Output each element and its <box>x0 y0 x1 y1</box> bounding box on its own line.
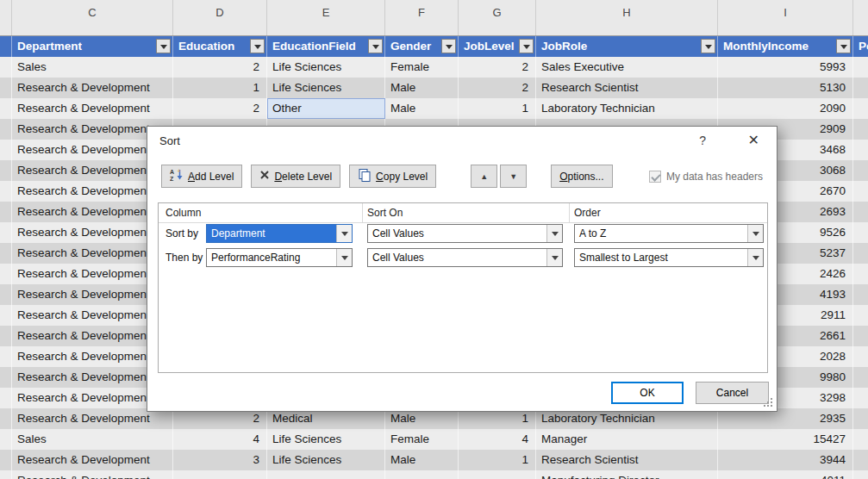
cell-department[interactable]: Sales <box>12 57 173 78</box>
cell-job-role[interactable]: Sales Executive <box>536 57 718 78</box>
table-row: Research & Development 1 Life Sciences M… <box>0 78 868 98</box>
cell-gender[interactable]: Male <box>385 78 459 98</box>
cell-education[interactable]: 3 <box>173 450 267 470</box>
copy-level-button[interactable]: Copy Level <box>349 165 436 188</box>
then-by-sort-on-select[interactable]: Cell Values <box>367 248 563 267</box>
cell-monthly-income[interactable]: 5130 <box>718 78 853 98</box>
header-monthly-income[interactable]: MonthlyIncome <box>718 36 853 57</box>
cell-gender[interactable]: Male <box>385 98 459 119</box>
cell-monthly-income[interactable]: 2090 <box>718 98 853 119</box>
header-divider <box>569 203 570 223</box>
sort-by-order-select[interactable]: A to Z <box>574 224 764 243</box>
cell-education-field[interactable]: Life Sciences <box>267 429 385 450</box>
cell-gender[interactable]: Female <box>385 57 459 78</box>
cell-education[interactable]: 2 <box>173 98 267 119</box>
column-letter-h[interactable]: H <box>536 0 718 35</box>
cell-department[interactable]: Research & Development <box>12 470 173 479</box>
my-data-has-headers-checkbox[interactable]: My data has headers <box>649 171 763 183</box>
options-button[interactable]: Options... <box>551 165 612 188</box>
cell-education[interactable] <box>173 470 267 479</box>
cell-education-field[interactable]: Life Sciences <box>267 78 385 98</box>
cell-education-field[interactable]: Life Sciences <box>267 57 385 78</box>
header-education-field[interactable]: EducationField <box>267 36 385 57</box>
cell-monthly-income[interactable]: 15427 <box>718 429 853 450</box>
cell-job-level[interactable] <box>459 470 536 479</box>
cell-job-level[interactable]: 1 <box>459 450 536 470</box>
header-job-level[interactable]: JobLevel <box>459 36 536 57</box>
filter-button-job-level[interactable] <box>519 39 534 53</box>
chevron-down-icon[interactable] <box>747 249 763 266</box>
row-left-sliver <box>0 264 12 284</box>
column-letter-d[interactable]: D <box>173 0 267 35</box>
cell-job-role[interactable]: Research Scientist <box>536 450 718 470</box>
cell-partial-next <box>853 78 868 98</box>
cell-education[interactable]: 1 <box>173 78 267 98</box>
filter-button-education-field[interactable] <box>368 39 383 53</box>
sort-by-sort-on-select[interactable]: Cell Values <box>367 224 563 243</box>
cell-job-level[interactable]: 2 <box>459 78 536 98</box>
cell-monthly-income[interactable]: 3944 <box>718 450 853 470</box>
row-left-sliver <box>0 119 12 140</box>
filter-button-department[interactable] <box>156 39 171 53</box>
cell-job-role[interactable]: Laboratory Technician <box>536 98 718 119</box>
cell-job-level[interactable]: 1 <box>459 98 536 119</box>
cell-monthly-income[interactable]: 5993 <box>718 57 853 78</box>
cell-gender[interactable] <box>385 470 459 479</box>
cell-education[interactable]: 2 <box>173 57 267 78</box>
move-up-button[interactable]: ▲ <box>471 165 497 188</box>
row-left-sliver <box>0 284 12 305</box>
cell-gender[interactable]: Male <box>385 450 459 470</box>
cell-education[interactable]: 4 <box>173 429 267 450</box>
sort-by-column-select[interactable]: Department <box>206 224 353 243</box>
ok-button[interactable]: OK <box>611 382 684 404</box>
filter-button-education[interactable] <box>250 39 265 53</box>
filter-button-monthly-income[interactable] <box>836 39 851 53</box>
delete-level-button[interactable]: Delete Level <box>251 165 340 188</box>
row-left-sliver <box>0 429 12 450</box>
cell-department[interactable]: Research & Development <box>12 98 173 119</box>
cell-job-role[interactable]: Manager <box>536 429 718 450</box>
then-by-column-select[interactable]: PerformanceRating <box>206 248 353 267</box>
cell-education-field[interactable] <box>267 470 385 479</box>
column-letter-e[interactable]: E <box>267 0 385 35</box>
column-letter-f[interactable]: F <box>385 0 459 35</box>
cell-job-level[interactable]: 4 <box>459 429 536 450</box>
then-by-order-select[interactable]: Smallest to Largest <box>574 248 764 267</box>
filter-button-job-role[interactable] <box>701 39 715 53</box>
cell-department[interactable]: Research & Development <box>12 78 173 98</box>
cell-partial-next <box>853 305 868 326</box>
cell-job-role[interactable]: Manufacturing Director <box>536 470 718 479</box>
add-level-button[interactable]: A Z + Add Level <box>161 165 242 188</box>
cell-department[interactable]: Sales <box>12 429 173 450</box>
filter-button-gender[interactable] <box>441 39 456 53</box>
chevron-down-icon[interactable] <box>336 249 352 266</box>
chevron-down-icon[interactable] <box>546 225 562 242</box>
sort-by-label: Sort by <box>165 224 198 243</box>
cell-gender[interactable]: Female <box>385 429 459 450</box>
cell-department[interactable]: Research & Development <box>12 450 173 470</box>
cell-monthly-income[interactable]: 4011 <box>718 470 853 479</box>
delete-level-label: Delete Level <box>274 171 332 183</box>
header-department[interactable]: Department <box>12 36 173 57</box>
add-level-label: Add Level <box>188 171 234 183</box>
cancel-button[interactable]: Cancel <box>696 382 769 404</box>
cell-job-role[interactable]: Research Scientist <box>536 78 718 98</box>
column-letter-c[interactable]: C <box>12 0 173 35</box>
header-label: MonthlyIncome <box>723 40 809 53</box>
header-gender[interactable]: Gender <box>385 36 459 57</box>
chevron-down-icon[interactable] <box>546 249 562 266</box>
move-down-button[interactable]: ▼ <box>500 165 527 188</box>
header-partial-next-column[interactable]: Pe <box>853 36 868 57</box>
column-letter-g[interactable]: G <box>459 0 536 35</box>
header-education[interactable]: Education <box>173 36 267 57</box>
cell-job-level[interactable]: 2 <box>459 57 536 78</box>
chevron-down-icon[interactable] <box>336 225 352 242</box>
chevron-down-icon[interactable] <box>747 225 763 242</box>
header-job-role[interactable]: JobRole <box>536 36 718 57</box>
resize-grip[interactable] <box>764 398 774 408</box>
cell-education-field[interactable]: Life Sciences <box>267 450 385 470</box>
help-icon[interactable]: ? <box>699 134 706 147</box>
cell-education-field[interactable]: Other <box>267 98 385 119</box>
close-icon[interactable]: ✕ <box>748 132 759 148</box>
column-letter-i[interactable]: I <box>718 0 853 35</box>
